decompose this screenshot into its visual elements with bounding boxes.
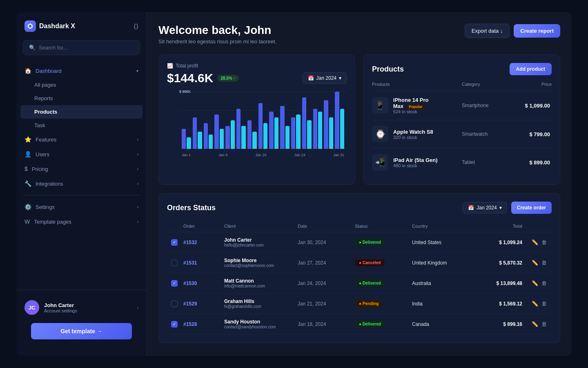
search-icon: 🔍 [29,45,36,51]
user-role: Account settings [44,308,132,313]
nav-integrations-label: Integrations [36,181,63,187]
products-list: 📱 iPhone 14 Pro MaxPopular 524 in stock … [372,91,552,176]
order-date: Jan 24, 2024 [298,280,355,286]
nav-item-pricing[interactable]: $ Pricing › [16,162,147,176]
delete-icon[interactable]: 🗑 [541,260,547,266]
client-email: contact@sophiemoore.com [224,263,298,268]
add-product-button[interactable]: Add product [510,63,552,75]
edit-icon[interactable]: ✏️ [532,301,538,307]
product-row[interactable]: 📲 iPad Air (5ta Gen) 480 in stock Tablet… [372,148,552,176]
row-checkbox[interactable] [171,280,178,287]
nav-template-label: Template pages [34,219,71,225]
bar-cyan [285,126,290,149]
edit-icon[interactable]: ✏️ [532,321,538,327]
export-data-button[interactable]: Export data ↓ [465,24,510,38]
create-order-button[interactable]: Create order [511,202,552,214]
nav-dashboard-label: Dashboard [36,68,62,74]
nav-divider [23,195,140,195]
bar-cyan [220,129,224,149]
bar-group [302,92,312,149]
bar-group [204,92,213,149]
chart-date-selector[interactable]: 📅 Jan 2024 ▾ [303,72,347,84]
user-row[interactable]: JC John Carter Account settings › [24,297,138,318]
app-logo: Dashdark X [24,20,75,32]
products-table-header: Products Category Price [372,82,552,91]
nav-item-features[interactable]: ⭐ Features › [16,132,147,147]
page-subtitle: Sit hendrerit leo egestas risus proin mi… [158,38,276,45]
bar-cyan [263,123,267,149]
delete-icon[interactable]: 🗑 [541,239,547,245]
orders-actions: 📅 Jan 2024 ▾ Create order [463,202,552,214]
nav-item-settings[interactable]: ⚙️ Settings › [16,200,147,214]
orders-table: Order Client Date Status Country Total #… [167,220,552,334]
logo-icon [24,20,36,32]
search-bar[interactable]: 🔍 [23,40,140,55]
avatar: JC [24,300,39,315]
features-icon: ⭐ [24,136,31,143]
page-header: Welcome back, John Sit hendrerit leo ege… [158,24,560,45]
popular-badge: Popular [406,104,425,110]
bar-group [280,92,290,149]
bar-group [182,92,191,149]
calendar-icon: 📅 [308,75,314,81]
row-checkbox[interactable] [171,301,178,307]
bar-group [335,92,344,149]
row-checkbox[interactable] [171,239,178,246]
orders-date-selector[interactable]: 📅 Jan 2024 ▾ [463,202,507,213]
client-name: Matt Cannon [224,278,298,284]
page-title: Welcome back, John [158,24,276,37]
chevron-right-icon-2: › [137,152,138,157]
chart-label: 📈 Total profit [167,63,347,69]
nav-item-dashboard[interactable]: 🏠 Dashboard ▾ [16,63,147,78]
order-id: #1532 [183,240,224,245]
get-template-button[interactable]: Get template → [31,323,132,339]
table-row[interactable]: #1528 Sandy Houston contact@sandyhouston… [167,314,552,334]
bar-blue [193,117,197,149]
sub-nav-products[interactable]: Products [20,105,143,119]
product-row[interactable]: 📱 iPhone 14 Pro MaxPopular 524 in stock … [372,91,552,120]
nav-item-users[interactable]: 👤 Users › [16,147,147,162]
order-total: $ 1,569.12 [473,301,522,307]
search-input[interactable] [39,45,134,51]
table-row[interactable]: #1532 John Carter hello@johncarter.com J… [167,232,552,253]
product-row[interactable]: ⌚ Apple Watch S8 320 in stock Smartwatch… [372,120,552,148]
bar-blue [258,103,263,149]
row-checkbox[interactable] [171,321,178,328]
sub-nav-reports[interactable]: Reports [16,92,147,105]
bar-group [247,92,257,149]
nav-item-integrations[interactable]: 🔧 Integrations › [16,176,147,191]
client-email: hello@johncarter.com [224,243,298,247]
bar-blue [214,114,218,149]
delete-icon[interactable]: 🗑 [541,321,547,327]
edit-icon[interactable]: ✏️ [532,280,538,286]
table-row[interactable]: #1529 Graham Hills hi@grahamhills.com Ja… [167,294,552,314]
bar-cyan [274,117,278,149]
create-report-button[interactable]: Create report [514,24,560,38]
edit-icon[interactable]: ✏️ [532,260,538,266]
status-badge: ● Delivered [355,239,385,246]
nav-item-templates[interactable]: W Template pages › [16,214,147,229]
row-checkbox[interactable] [171,260,178,266]
delete-icon[interactable]: 🗑 [541,301,547,307]
country: India [412,301,473,307]
edit-icon[interactable]: ✏️ [532,239,538,245]
chevron-right-icon-6: › [137,220,138,224]
sub-nav-all-pages[interactable]: All pages [16,78,147,92]
dropdown-icon: ▾ [339,75,341,81]
row-actions: ✏️ 🗑 [522,321,547,327]
delete-icon[interactable]: 🗑 [541,280,547,286]
collapse-button[interactable]: ⟨⟩ [134,22,138,30]
bar-blue [302,97,306,149]
bar-cyan [307,120,311,149]
orders-dropdown-icon: ▾ [499,205,502,211]
product-category: Smartphone [462,103,507,108]
table-row[interactable]: #1531 Sophie Moore contact@sophiemoore.c… [167,253,552,273]
table-row[interactable]: #1530 Matt Cannon info@mattcannon.com Ja… [167,273,552,294]
nav-settings-label: Settings [36,204,55,210]
bar-cyan [241,126,245,149]
product-name: iPad Air (5ta Gen) [393,157,438,163]
order-id: #1529 [183,301,224,307]
product-price: $ 899.00 [507,159,552,166]
bar-blue [291,117,295,149]
sub-nav-task[interactable]: Task [16,119,147,132]
